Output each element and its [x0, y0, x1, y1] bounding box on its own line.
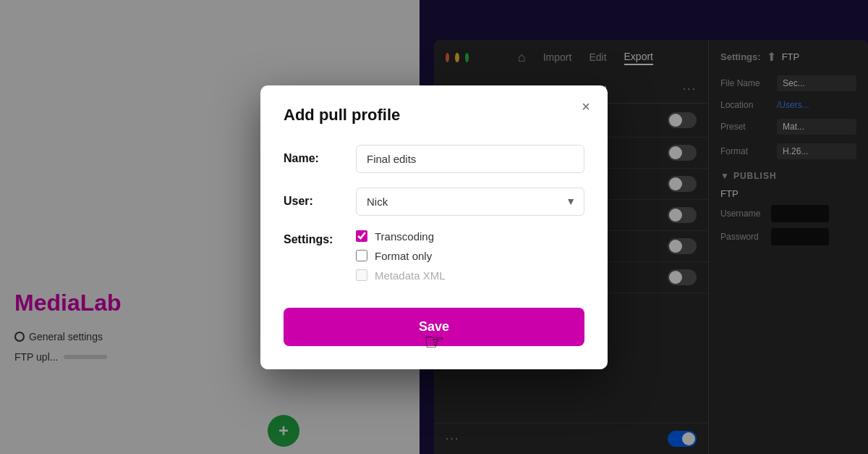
modal-overlay: × Add pull profile Name: User: Nick Admi… [0, 0, 868, 454]
transcoding-row: Transcoding [356, 230, 446, 243]
user-row: User: Nick Admin User1 ▼ [284, 188, 584, 216]
settings-checkboxes-row: Settings: Transcoding Format only Metada… [284, 230, 584, 282]
modal-close-button[interactable]: × [576, 97, 596, 117]
checkboxes-column: Transcoding Format only Metadata XML [356, 230, 446, 282]
settings-checkboxes-label: Settings: [284, 230, 356, 246]
format-only-row: Format only [356, 250, 446, 262]
metadata-xml-label: Metadata XML [375, 269, 446, 282]
name-label: Name: [284, 152, 356, 165]
metadata-xml-checkbox[interactable] [356, 269, 367, 281]
user-select-wrapper: Nick Admin User1 ▼ [356, 188, 584, 216]
metadata-xml-row: Metadata XML [356, 269, 446, 282]
modal-title: Add pull profile [284, 106, 584, 125]
save-button-wrapper: Save ☞ [284, 287, 584, 346]
format-only-checkbox[interactable] [356, 250, 367, 261]
add-pull-profile-modal: × Add pull profile Name: User: Nick Admi… [260, 85, 608, 369]
transcoding-checkbox[interactable] [356, 230, 367, 242]
format-only-label: Format only [375, 250, 432, 262]
transcoding-label: Transcoding [375, 230, 434, 243]
name-row: Name: [284, 145, 584, 173]
user-label: User: [284, 195, 356, 208]
name-input[interactable] [356, 145, 584, 173]
user-select[interactable]: Nick Admin User1 [356, 188, 584, 216]
save-button[interactable]: Save [284, 308, 584, 346]
close-icon: × [582, 98, 590, 115]
